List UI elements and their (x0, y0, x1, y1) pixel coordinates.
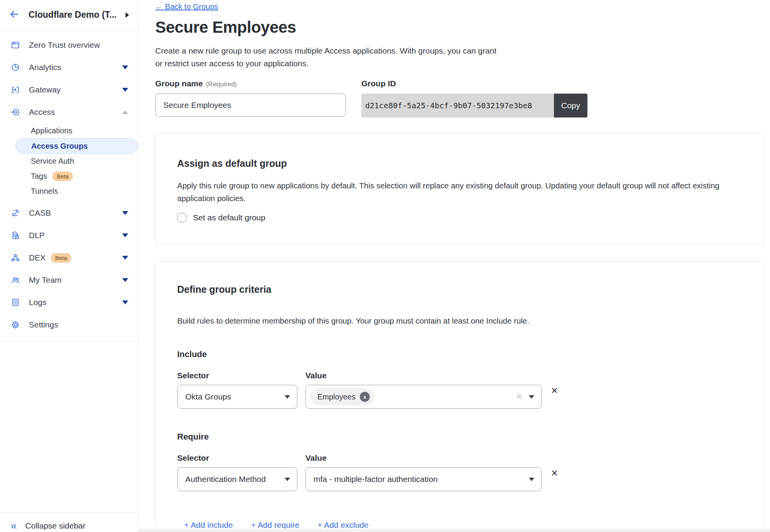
group-id-value: d21ce80f-5a25-4bcf-9b07-5032197e3be8 (361, 94, 554, 117)
sidebar-item-applications[interactable]: Applications (0, 123, 138, 138)
chip-remove-icon[interactable]: x (360, 392, 370, 402)
pie-chart-icon (10, 63, 20, 72)
casb-icon (10, 208, 20, 218)
dlp-icon (10, 231, 20, 240)
account-title: Cloudflare Demo (T... (29, 10, 123, 20)
copy-button[interactable]: Copy (554, 94, 587, 117)
chip-label: Employees (317, 393, 356, 401)
chevron-down-icon (285, 478, 290, 481)
sidebar-item-label: Zero Trust overview (29, 40, 100, 50)
page-description: Create a new rule group to use across mu… (155, 44, 504, 70)
set-default-group-checkbox[interactable] (177, 213, 186, 222)
sidebar-item-dlp[interactable]: DLP (0, 224, 138, 247)
include-selector-dropdown[interactable]: Okta Groups (177, 385, 297, 409)
sidebar-item-settings[interactable]: Settings (0, 314, 138, 336)
group-form-row: Group name(Required) Group ID d21ce80f-5… (155, 79, 770, 117)
sidebar-item-service-auth[interactable]: Service Auth (0, 154, 138, 169)
gateway-icon (10, 85, 20, 94)
chevron-down-icon[interactable] (122, 278, 128, 282)
chevron-down-icon[interactable] (122, 233, 128, 237)
sidebar-item-label: Applications (31, 126, 72, 135)
add-exclude-link[interactable]: + Add exclude (317, 520, 369, 529)
chevron-down-icon[interactable] (122, 65, 128, 69)
sidebar-item-zero-trust-overview[interactable]: Zero Trust overview (0, 34, 138, 56)
card-description: Apply this rule group to new application… (177, 179, 743, 205)
remove-include-rule-icon[interactable]: ✕ (551, 385, 558, 396)
clear-values-icon[interactable]: ✕ (516, 392, 523, 402)
sidebar-item-label: CASB (29, 208, 51, 218)
group-id-field: Group ID d21ce80f-5a25-4bcf-9b07-5032197… (361, 79, 587, 117)
dex-icon (10, 253, 20, 262)
sidebar-item-casb[interactable]: CASB (0, 202, 138, 224)
back-to-groups-link[interactable]: ← Back to Groups (155, 2, 218, 11)
selector-label: Selector (177, 453, 305, 463)
chevron-right-icon[interactable] (126, 12, 129, 18)
value-label: Value (305, 371, 327, 380)
access-icon (10, 107, 20, 117)
add-rule-links: + Add include + Add require + Add exclud… (184, 520, 743, 529)
selected-option: Authentication Method (185, 475, 266, 484)
chevron-down-icon[interactable] (122, 211, 128, 215)
chevron-down-icon (529, 478, 534, 481)
chevron-down-icon[interactable] (529, 395, 534, 399)
main-content: ← Back to Groups Secure Employees Create… (139, 0, 770, 532)
sidebar-item-tags[interactable]: Tags Beta (0, 169, 138, 184)
sidebar-item-access-groups[interactable]: Access Groups (15, 138, 138, 154)
remove-require-rule-icon[interactable]: ✕ (551, 467, 558, 479)
require-heading: Require (177, 432, 743, 442)
sidebar-item-label: Gateway (29, 85, 61, 94)
assign-default-group-card: Assign as default group Apply this rule … (155, 133, 765, 244)
set-default-group-option[interactable]: Set as default group (177, 213, 743, 222)
add-include-link[interactable]: + Add include (184, 520, 233, 529)
chevron-down-icon[interactable] (122, 256, 128, 260)
collapse-label: Collapse sidebar (25, 521, 86, 530)
require-rule-row: Authentication Method mfa - multiple-fac… (177, 467, 743, 491)
chevron-down-icon[interactable] (122, 88, 128, 92)
sidebar-item-dex[interactable]: DEX Beta (0, 247, 138, 269)
sidebar-item-access[interactable]: Access (0, 101, 138, 123)
beta-badge: Beta (52, 171, 73, 181)
define-group-criteria-card: Define group criteria Build rules to det… (155, 261, 765, 529)
collapse-icon: « (11, 522, 17, 530)
required-hint: (Required) (206, 81, 237, 88)
require-value-dropdown[interactable]: mfa - multiple-factor authentication (305, 467, 542, 491)
chevron-up-icon[interactable] (122, 111, 128, 114)
team-icon (10, 275, 20, 285)
group-id-label: Group ID (361, 79, 587, 89)
sidebar-item-logs[interactable]: Logs (0, 291, 138, 314)
require-selector-dropdown[interactable]: Authentication Method (177, 467, 297, 491)
sidebar-item-gateway[interactable]: Gateway (0, 79, 138, 101)
page-title: Secure Employees (155, 18, 770, 37)
account-switcher[interactable]: Cloudflare Demo (T... (0, 0, 138, 30)
window-icon (10, 40, 20, 50)
sidebar-item-label: Service Auth (31, 157, 74, 166)
collapse-sidebar-button[interactable]: « Collapse sidebar (0, 513, 138, 532)
sidebar-item-tunnels[interactable]: Tunnels (0, 184, 138, 199)
add-require-link[interactable]: + Add require (251, 520, 300, 529)
sidebar-nav: Zero Trust overview Analytics Gateway (0, 30, 138, 341)
sidebar-item-label: Analytics (29, 63, 61, 72)
sidebar-item-label: Access (29, 107, 55, 117)
card-title: Define group criteria (177, 284, 743, 295)
selected-option: Okta Groups (185, 392, 231, 401)
sidebar-item-analytics[interactable]: Analytics (0, 56, 138, 79)
beta-badge: Beta (51, 253, 71, 263)
sidebar-item-label: Settings (29, 320, 58, 329)
bottom-edge-strip (139, 529, 770, 532)
selected-option: mfa - multiple-factor authentication (314, 475, 438, 484)
sidebar-item-my-team[interactable]: My Team (0, 269, 138, 291)
gear-icon (10, 320, 20, 329)
chevron-down-icon (285, 395, 290, 399)
sidebar: Cloudflare Demo (T... Zero Trust overvie… (0, 0, 139, 532)
sidebar-divider (0, 341, 138, 341)
sidebar-item-label: DEX (29, 253, 45, 262)
back-arrow-icon[interactable] (9, 9, 19, 21)
include-rule-row: Okta Groups Employees x ✕ ✕ (177, 385, 743, 409)
include-value-combobox[interactable]: Employees x ✕ (305, 385, 542, 409)
chevron-down-icon[interactable] (122, 300, 128, 304)
group-name-input[interactable] (155, 94, 346, 117)
checkbox-label: Set as default group (193, 213, 265, 222)
logs-icon (10, 298, 20, 307)
card-description: Build rules to determine membership of t… (177, 314, 743, 327)
sidebar-item-label: DLP (29, 231, 45, 240)
